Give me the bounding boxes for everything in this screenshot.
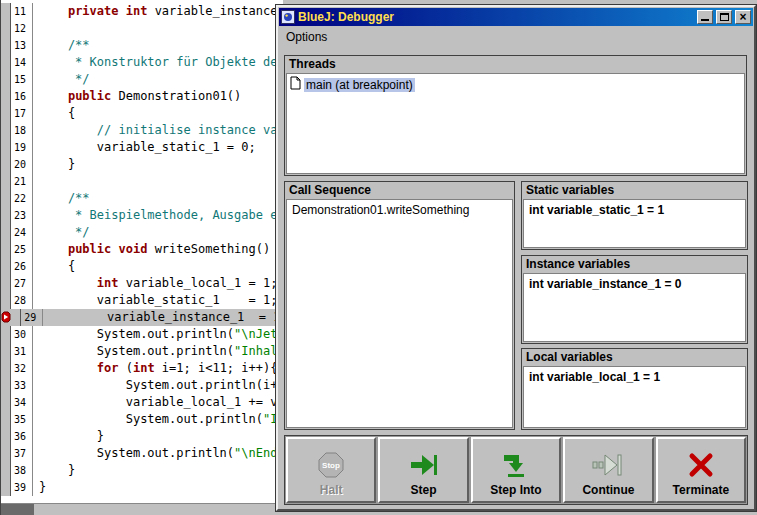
code-line-30[interactable]: 30 System.out.println("\nJetzt [1, 326, 283, 343]
code-line-26[interactable]: 26 { [1, 258, 283, 275]
code-line-14[interactable]: 14 * Konstruktor für Objekte der [1, 54, 283, 71]
code-line-19[interactable]: 19 variable_static_1 = 0; [1, 139, 283, 156]
line-number: 35 [11, 411, 33, 428]
code-line-25[interactable]: 25 public void writeSomething() [1, 241, 283, 258]
continue-button[interactable]: Continue [563, 437, 653, 503]
code-text: */ [33, 71, 283, 88]
code-text: * Konstruktor für Objekte der [33, 54, 283, 71]
code-line-17[interactable]: 17 { [1, 105, 283, 122]
code-line-21[interactable]: 21 [1, 173, 283, 190]
gutter-cell[interactable] [1, 326, 11, 343]
code-line-38[interactable]: 38 } [1, 462, 283, 479]
step-into-button[interactable]: Step Into [471, 437, 561, 503]
breakpoint-marker[interactable] [1, 309, 21, 326]
local-variables-title: Local variables [522, 349, 747, 365]
code-line-11[interactable]: 11 private int variable_instance_1 [1, 3, 283, 20]
gutter-cell[interactable] [1, 258, 11, 275]
gutter-cell[interactable] [1, 173, 11, 190]
call-sequence-item[interactable]: Demonstration01.writeSomething [287, 200, 512, 220]
terminate-button[interactable]: Terminate [656, 437, 746, 503]
static-variable-item[interactable]: int variable_static_1 = 1 [524, 200, 745, 220]
code-text: // initialise instance vari [33, 122, 283, 139]
line-number: 23 [11, 207, 33, 224]
code-line-16[interactable]: 16 public Demonstration01() [1, 88, 283, 105]
gutter-cell[interactable] [1, 377, 11, 394]
code-editor[interactable]: 11 private int variable_instance_11213 /… [0, 0, 283, 515]
gutter-cell[interactable] [1, 343, 11, 360]
gutter-cell[interactable] [1, 139, 11, 156]
gutter-cell[interactable] [1, 207, 11, 224]
gutter-cell[interactable] [1, 394, 11, 411]
code-line-31[interactable]: 31 System.out.println("Inhalt [1, 343, 283, 360]
maximize-button[interactable] [716, 10, 732, 24]
editor-bottom-strip [1, 503, 283, 515]
call-sequence-panel: Call Sequence Demonstration01.writeSomet… [284, 181, 515, 430]
code-line-12[interactable]: 12 [1, 20, 283, 37]
code-line-36[interactable]: 36 } [1, 428, 283, 445]
menu-options[interactable]: Options [286, 30, 327, 44]
minimize-button[interactable] [697, 10, 713, 24]
code-line-39[interactable]: 39} [1, 479, 283, 496]
instance-variable-item[interactable]: int variable_instance_1 = 0 [524, 274, 745, 294]
debugger-titlebar[interactable]: BlueJ: Debugger × [279, 8, 753, 26]
close-button[interactable]: × [735, 10, 751, 24]
step-button[interactable]: Step [378, 437, 468, 503]
debugger-window: BlueJ: Debugger × Options Threads mai [276, 5, 756, 511]
gutter-cell[interactable] [1, 462, 11, 479]
line-number: 16 [11, 88, 33, 105]
line-number: 12 [11, 20, 33, 37]
instance-variables-list[interactable]: int variable_instance_1 = 0 [523, 273, 746, 342]
threads-list[interactable]: main (at breakpoint) [286, 73, 745, 174]
gutter-cell[interactable] [1, 190, 11, 207]
thread-item-main[interactable]: main (at breakpoint) [287, 74, 744, 95]
line-number: 29 [21, 309, 43, 326]
code-line-22[interactable]: 22 /** [1, 190, 283, 207]
local-variables-list[interactable]: int variable_local_1 = 1 [523, 366, 746, 428]
gutter-cell[interactable] [1, 88, 11, 105]
gutter-cell[interactable] [1, 37, 11, 54]
code-line-20[interactable]: 20 } [1, 156, 283, 173]
call-sequence-list[interactable]: Demonstration01.writeSomething [286, 199, 513, 428]
instance-variables-panel: Instance variables int variable_instance… [521, 255, 748, 344]
code-line-29[interactable]: 29 variable_instance_1 = 1; [1, 309, 283, 326]
gutter-cell[interactable] [1, 156, 11, 173]
gutter-cell[interactable] [1, 292, 11, 309]
code-line-35[interactable]: 35 System.out.println("Inh [1, 411, 283, 428]
gutter-cell[interactable] [1, 122, 11, 139]
call-sequence-title: Call Sequence [285, 182, 514, 198]
gutter-cell[interactable] [1, 20, 11, 37]
gutter-cell[interactable] [1, 428, 11, 445]
local-variable-item[interactable]: int variable_local_1 = 1 [524, 367, 745, 387]
line-number: 17 [11, 105, 33, 122]
static-variables-list[interactable]: int variable_static_1 = 1 [523, 199, 746, 248]
code-line-34[interactable]: 34 variable_local_1 += var [1, 394, 283, 411]
code-text: } [33, 462, 283, 479]
gutter-cell[interactable] [1, 105, 11, 122]
gutter-cell[interactable] [1, 71, 11, 88]
gutter-cell[interactable] [1, 275, 11, 292]
code-line-28[interactable]: 28 variable_static_1 = 1; [1, 292, 283, 309]
document-icon [290, 76, 301, 93]
halt-button[interactable]: Stop Halt [286, 437, 376, 503]
code-line-37[interactable]: 37 System.out.println("\nEnde [1, 445, 283, 462]
gutter-cell[interactable] [1, 360, 11, 377]
code-line-13[interactable]: 13 /** [1, 37, 283, 54]
code-line-23[interactable]: 23 * Beispielmethode, Ausgabe ein [1, 207, 283, 224]
code-line-32[interactable]: 32 for (int i=1; i<11; i++){ [1, 360, 283, 377]
gutter-cell[interactable] [1, 241, 11, 258]
terminate-label: Terminate [673, 483, 729, 497]
gutter-cell[interactable] [1, 3, 11, 20]
code-text: variable_static_1 = 1; [33, 292, 283, 309]
gutter-cell[interactable] [1, 479, 11, 496]
line-number: 38 [11, 462, 33, 479]
code-text: */ [33, 224, 283, 241]
code-line-15[interactable]: 15 */ [1, 71, 283, 88]
code-line-18[interactable]: 18 // initialise instance vari [1, 122, 283, 139]
gutter-cell[interactable] [1, 411, 11, 428]
code-line-24[interactable]: 24 */ [1, 224, 283, 241]
gutter-cell[interactable] [1, 445, 11, 462]
gutter-cell[interactable] [1, 224, 11, 241]
code-line-27[interactable]: 27 int variable_local_1 = 1; [1, 275, 283, 292]
code-line-33[interactable]: 33 System.out.println(i+". [1, 377, 283, 394]
gutter-cell[interactable] [1, 54, 11, 71]
